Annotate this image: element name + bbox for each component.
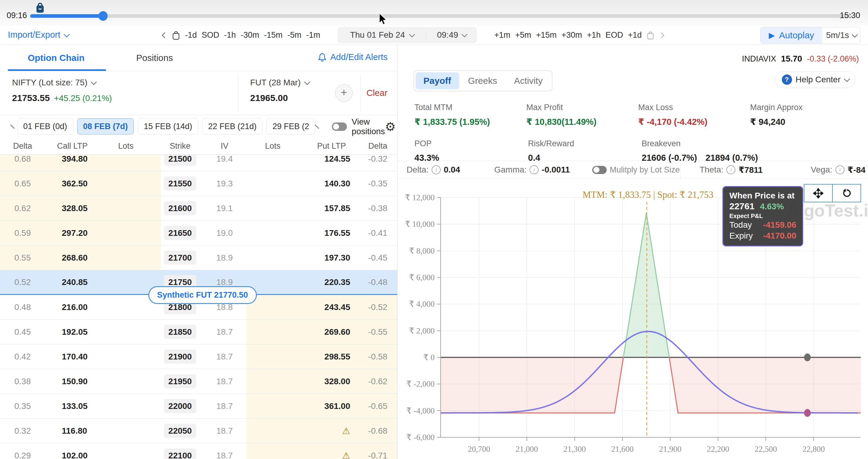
- autoplay-button[interactable]: ▶ Autoplay: [761, 27, 822, 44]
- option-row-21500[interactable]: 0.68394.802150019.4124.55-0.32: [0, 155, 397, 171]
- call-delta[interactable]: 0.35: [0, 401, 45, 411]
- strike-chip[interactable]: 21550: [164, 176, 196, 191]
- jump-+15m[interactable]: +15m: [536, 30, 557, 40]
- strike-chip[interactable]: 21950: [164, 374, 196, 389]
- iv[interactable]: 18.7: [208, 426, 241, 436]
- option-row-22050[interactable]: 0.32116.802205018.7⚠-0.68: [0, 419, 397, 443]
- iv[interactable]: 19.4: [208, 155, 241, 164]
- info-icon[interactable]: i: [432, 165, 441, 174]
- iv[interactable]: 19.0: [208, 228, 241, 238]
- call-delta[interactable]: 0.55: [0, 253, 45, 263]
- put-delta[interactable]: -0.62: [359, 377, 397, 386]
- strike-chip[interactable]: 21850: [164, 325, 196, 339]
- import-export-menu[interactable]: Import/Export: [8, 30, 68, 40]
- tab-activity[interactable]: Activity: [506, 73, 550, 89]
- iv[interactable]: 18.7: [208, 377, 241, 386]
- put-delta[interactable]: -0.48: [359, 278, 397, 287]
- call-delta[interactable]: 0.45: [0, 327, 45, 337]
- call-ltp[interactable]: 116.80: [45, 426, 99, 436]
- call-ltp[interactable]: 170.40: [45, 352, 99, 362]
- put-ltp[interactable]: ⚠: [304, 450, 359, 459]
- put-ltp[interactable]: 124.55: [304, 155, 359, 164]
- jump--15m[interactable]: -15m: [264, 30, 283, 40]
- add-edit-alerts-button[interactable]: Add/Edit Alerts: [318, 52, 388, 62]
- clear-button[interactable]: Clear: [367, 88, 387, 98]
- put-delta[interactable]: -0.41: [359, 228, 397, 238]
- put-ltp[interactable]: 243.45: [304, 303, 359, 312]
- help-center-button[interactable]: ? Help Center: [775, 71, 855, 88]
- put-delta[interactable]: -0.52: [359, 303, 397, 312]
- expiry-chip-15-feb-14d-[interactable]: 15 FEB (14d): [138, 118, 198, 135]
- call-delta[interactable]: 0.52: [0, 278, 45, 287]
- jump-+1m[interactable]: +1m: [494, 30, 510, 40]
- tab-option-chain[interactable]: Option Chain: [28, 53, 84, 63]
- call-delta[interactable]: 0.29: [0, 451, 45, 459]
- strike-chip[interactable]: 22000: [164, 399, 196, 413]
- strike-chip[interactable]: 22050: [164, 424, 196, 438]
- autoplay-speed-select[interactable]: 5m/1s: [822, 27, 860, 44]
- call-ltp[interactable]: 328.05: [45, 204, 99, 213]
- call-delta[interactable]: 0.48: [0, 303, 45, 312]
- call-ltp[interactable]: 297.20: [45, 228, 99, 238]
- jump-+1d[interactable]: +1d: [628, 30, 642, 40]
- put-ltp[interactable]: 197.30: [304, 253, 359, 263]
- put-delta[interactable]: -0.32: [359, 155, 397, 164]
- call-delta[interactable]: 0.32: [0, 426, 45, 436]
- call-ltp[interactable]: 362.50: [45, 179, 99, 189]
- put-delta[interactable]: -0.35: [359, 179, 397, 189]
- iv[interactable]: 18.7: [208, 451, 241, 459]
- put-delta[interactable]: -0.68: [359, 426, 397, 436]
- iv[interactable]: 18.7: [208, 401, 241, 411]
- call-delta[interactable]: 0.62: [0, 204, 45, 213]
- gear-icon[interactable]: ⚙: [385, 120, 396, 134]
- synthetic-fut-badge[interactable]: Synthetic FUT 21770.50: [148, 286, 257, 304]
- jump--30m[interactable]: -30m: [241, 30, 259, 40]
- call-delta[interactable]: 0.59: [0, 228, 45, 238]
- call-ltp[interactable]: 240.85: [45, 278, 99, 287]
- date-picker[interactable]: Thu 01 Feb 24: [338, 30, 426, 40]
- put-delta[interactable]: -0.55: [359, 327, 397, 337]
- call-ltp[interactable]: 102.00: [45, 451, 99, 459]
- put-ltp[interactable]: 157.85: [304, 204, 359, 213]
- option-row-21900[interactable]: 0.42170.402190018.7298.55-0.58: [0, 344, 397, 369]
- call-delta[interactable]: 0.42: [0, 352, 45, 362]
- put-ltp[interactable]: 269.60: [304, 327, 359, 337]
- put-delta[interactable]: -0.38: [359, 204, 397, 213]
- symbol-select[interactable]: NIFTY (Lot size: 75): [12, 78, 112, 87]
- option-row-21600[interactable]: 0.62328.052160019.1157.85-0.38: [0, 196, 397, 221]
- iv[interactable]: 19.3: [208, 179, 241, 189]
- option-row-21950[interactable]: 0.38150.902195018.7328.00-0.62: [0, 369, 397, 394]
- jump--1m[interactable]: -1m: [306, 30, 320, 40]
- call-ltp[interactable]: 192.05: [45, 327, 99, 337]
- iv[interactable]: 18.7: [208, 327, 241, 337]
- step-back-icon[interactable]: [162, 32, 168, 38]
- call-delta[interactable]: 0.68: [0, 155, 45, 164]
- option-row-21850[interactable]: 0.45192.052185018.7269.60-0.55: [0, 320, 397, 344]
- put-ltp[interactable]: ⚠: [304, 426, 359, 436]
- tab-greeks[interactable]: Greeks: [460, 73, 505, 89]
- strike-chip[interactable]: 21600: [164, 201, 196, 215]
- call-ltp[interactable]: 268.60: [45, 253, 99, 263]
- put-delta[interactable]: -0.65: [359, 401, 397, 411]
- call-ltp[interactable]: 133.05: [45, 401, 99, 411]
- tab-payoff[interactable]: Payoff: [415, 73, 459, 89]
- info-icon[interactable]: i: [530, 165, 538, 174]
- future-select[interactable]: FUT (28 Mar): [250, 78, 309, 87]
- view-positions-toggle[interactable]: [332, 122, 347, 131]
- iv[interactable]: 18.7: [208, 352, 241, 362]
- time-picker[interactable]: 09:49: [426, 29, 477, 41]
- jump-+30m[interactable]: +30m: [561, 30, 582, 40]
- call-ltp[interactable]: 216.00: [45, 303, 99, 312]
- iv[interactable]: 18.9: [208, 253, 241, 263]
- option-row-21700[interactable]: 0.55268.602170018.9197.30-0.45: [0, 246, 397, 270]
- strike-chip[interactable]: 22100: [164, 449, 196, 459]
- expiry-chip-01-feb-0d-[interactable]: 01 FEB (0d): [17, 118, 73, 135]
- strike-chip[interactable]: 21500: [164, 155, 196, 166]
- jump-SOD[interactable]: SOD: [202, 30, 219, 40]
- info-icon[interactable]: i: [835, 165, 844, 174]
- step-forward-icon[interactable]: [658, 32, 664, 38]
- put-ltp[interactable]: 140.30: [304, 179, 359, 189]
- expiry-chip-22-feb-21d-[interactable]: 22 FEB (21d): [202, 118, 263, 135]
- jump-+1h[interactable]: +1h: [587, 30, 601, 40]
- strike-chip[interactable]: 21700: [164, 251, 196, 265]
